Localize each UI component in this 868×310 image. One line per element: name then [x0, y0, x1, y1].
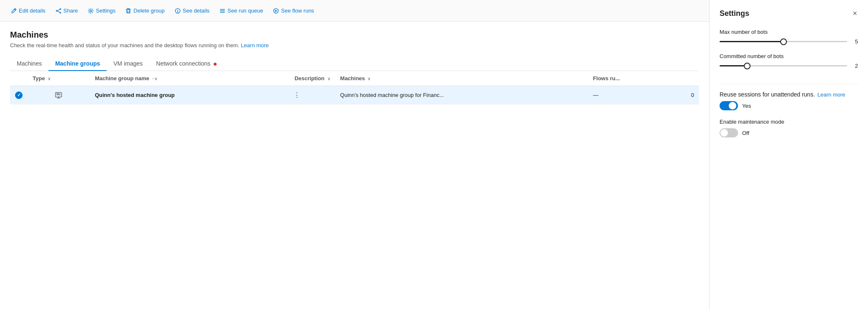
trash-icon: [125, 8, 131, 14]
type-col-label: Type: [33, 75, 45, 81]
play-circle-icon: [273, 8, 279, 14]
machines-sort-icon: ∨: [368, 76, 370, 81]
svg-rect-7: [57, 93, 59, 94]
reuse-sessions-toggle-thumb: [729, 102, 736, 109]
reuse-sessions-setting: Reuse sessions for unattended runs. Lear…: [720, 91, 858, 110]
row-machines-value: —: [593, 92, 598, 98]
table-container: Type ∨ Machine group name ↑∨ Description…: [10, 71, 699, 104]
row-checkbox-cell[interactable]: [10, 86, 28, 104]
edit-details-button[interactable]: Edit details: [7, 5, 50, 16]
machines-col-label: Machines: [340, 75, 365, 81]
machine-type-icon: [33, 91, 85, 99]
see-flow-runs-button[interactable]: See flow runs: [269, 5, 318, 16]
row-description-cell: Quinn's hosted machine group for Financ.…: [335, 86, 588, 104]
desc-sort-icon: ∨: [327, 76, 330, 81]
maintenance-mode-setting: Enable maintenance mode Off: [720, 119, 858, 137]
subtitle-text: Check the real-time health and status of…: [10, 42, 239, 48]
maintenance-mode-toggle[interactable]: [720, 128, 738, 137]
maintenance-mode-toggle-row: Off: [720, 128, 858, 137]
committed-bots-setting: Committed number of bots 2: [720, 53, 858, 69]
edit-details-label: Edit details: [19, 8, 46, 14]
see-details-label: See details: [183, 8, 209, 14]
tab-vm-images-label: VM images: [113, 60, 143, 67]
toolbar: Edit details Share Settings Delete group: [0, 0, 709, 22]
tab-notification-dot: [214, 63, 217, 66]
tab-machines-label: Machines: [17, 60, 42, 67]
tab-network-connections[interactable]: Network connections: [149, 57, 223, 71]
checked-icon: [15, 91, 23, 99]
committed-bots-value: 2: [851, 63, 858, 69]
max-bots-setting: Max number of bots 5: [720, 29, 858, 45]
column-header-type[interactable]: Type ∨: [28, 71, 90, 86]
gear-icon: [88, 8, 94, 14]
share-label: Share: [64, 8, 78, 14]
delete-group-label: Delete group: [133, 8, 164, 14]
learn-more-link[interactable]: Learn more: [241, 42, 268, 48]
committed-bots-slider[interactable]: [720, 65, 847, 66]
tab-vm-images[interactable]: VM images: [107, 57, 149, 71]
share-button[interactable]: Share: [51, 5, 82, 16]
row-context-menu-cell: ⋮: [289, 86, 335, 104]
see-flow-runs-label: See flow runs: [281, 8, 314, 14]
info-icon: [175, 8, 181, 14]
row-description-value: Quinn's hosted machine group for Financ.…: [340, 92, 444, 98]
row-flows-value: 0: [691, 92, 694, 98]
row-machines-cell: —: [588, 86, 670, 104]
list-icon: [220, 8, 225, 14]
pencil-icon: [11, 8, 17, 14]
page-area: Machines Check the real-time health and …: [0, 22, 709, 310]
page-subtitle: Check the real-time health and status of…: [10, 42, 699, 48]
see-details-button[interactable]: See details: [171, 5, 214, 16]
svg-point-3: [90, 10, 92, 11]
settings-panel: Settings × Max number of bots 5 Committe…: [709, 0, 868, 310]
maintenance-mode-toggle-label: Off: [742, 130, 749, 136]
tab-machines[interactable]: Machines: [10, 57, 49, 71]
tab-machine-groups-label: Machine groups: [55, 60, 100, 67]
maintenance-mode-toggle-thumb: [720, 129, 728, 137]
name-col-label: Machine group name: [95, 75, 149, 81]
tab-machine-groups[interactable]: Machine groups: [49, 57, 107, 71]
settings-panel-title: Settings: [720, 9, 749, 18]
machine-groups-table: Type ∨ Machine group name ↑∨ Description…: [10, 71, 699, 104]
column-header-flows: Flows ru...: [588, 71, 670, 86]
svg-point-5: [274, 8, 278, 13]
delete-group-button[interactable]: Delete group: [121, 5, 168, 16]
committed-bots-label: Committed number of bots: [720, 53, 858, 59]
share-icon: [56, 8, 61, 14]
maintenance-mode-label: Enable maintenance mode: [720, 119, 858, 125]
settings-button[interactable]: Settings: [84, 5, 120, 16]
column-header-description[interactable]: Description ∨: [289, 71, 335, 86]
hosted-machine-icon: [54, 91, 63, 99]
reuse-sessions-toggle[interactable]: [720, 101, 738, 110]
max-bots-slider[interactable]: [720, 41, 847, 42]
reuse-sessions-toggle-label: Yes: [742, 103, 751, 109]
name-sort-icon: ↑∨: [152, 76, 157, 81]
column-header-machines[interactable]: Machines ∨: [335, 71, 588, 86]
tabs-container: Machines Machine groups VM images Networ…: [10, 57, 699, 71]
row-name-cell: Quinn's hosted machine group: [90, 86, 290, 104]
see-run-queue-button[interactable]: See run queue: [215, 5, 267, 16]
reuse-sessions-toggle-row: Yes: [720, 101, 858, 110]
row-context-menu-button[interactable]: ⋮: [291, 90, 303, 100]
settings-header: Settings ×: [720, 8, 858, 19]
page-title: Machines: [10, 30, 699, 40]
settings-divider-1: [720, 84, 858, 84]
max-bots-value: 5: [851, 38, 858, 45]
settings-label: Settings: [96, 8, 115, 14]
see-run-queue-label: See run queue: [227, 8, 263, 14]
column-header-checkbox: [10, 71, 28, 86]
reuse-sessions-learn-more[interactable]: Learn more: [817, 91, 845, 98]
reuse-sessions-label: Reuse sessions for unattended runs.: [720, 91, 815, 98]
max-bots-label: Max number of bots: [720, 29, 858, 35]
flows-col-label: Flows ru...: [593, 75, 620, 81]
tab-network-connections-label: Network connections: [156, 60, 210, 67]
column-header-name[interactable]: Machine group name ↑∨: [90, 71, 290, 86]
row-flows-cell: 0: [670, 86, 699, 104]
main-content: Edit details Share Settings Delete group: [0, 0, 709, 310]
type-sort-icon: ∨: [48, 76, 51, 81]
row-name-value: Quinn's hosted machine group: [95, 92, 175, 98]
reuse-sessions-label-row: Reuse sessions for unattended runs. Lear…: [720, 91, 858, 98]
desc-col-label: Description: [294, 75, 324, 81]
table-row[interactable]: Quinn's hosted machine group ⋮ Quinn's h…: [10, 86, 699, 104]
close-settings-button[interactable]: ×: [852, 8, 858, 19]
